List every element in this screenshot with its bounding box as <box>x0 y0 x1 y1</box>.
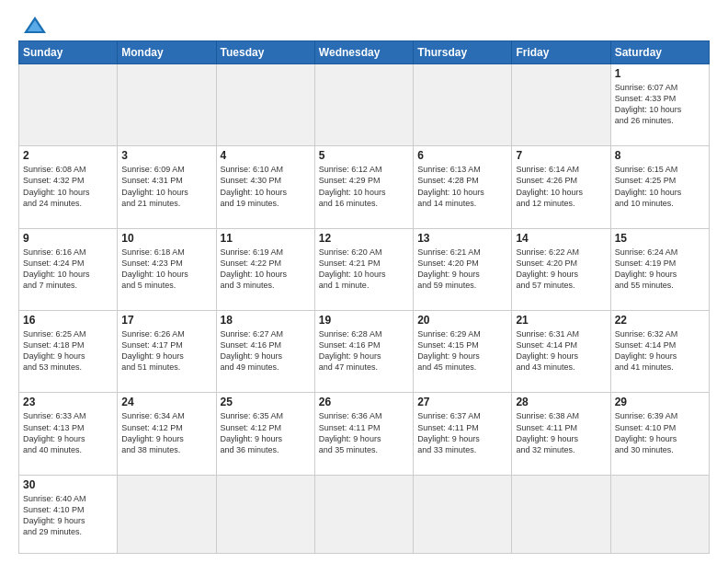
day-info: Sunrise: 6:33 AM Sunset: 4:13 PM Dayligh… <box>23 410 113 455</box>
day-info: Sunrise: 6:38 AM Sunset: 4:11 PM Dayligh… <box>516 410 606 455</box>
calendar-week-row: 9Sunrise: 6:16 AM Sunset: 4:24 PM Daylig… <box>19 228 710 310</box>
calendar-cell: 6Sunrise: 6:13 AM Sunset: 4:28 PM Daylig… <box>414 146 512 228</box>
day-number: 10 <box>121 232 211 245</box>
day-number: 13 <box>417 232 507 245</box>
day-number: 5 <box>319 149 409 162</box>
calendar-cell <box>512 64 610 146</box>
day-info: Sunrise: 6:27 AM Sunset: 4:16 PM Dayligh… <box>221 328 311 373</box>
calendar-cell <box>610 475 709 553</box>
calendar-cell: 16Sunrise: 6:25 AM Sunset: 4:18 PM Dayli… <box>19 311 118 393</box>
day-info: Sunrise: 6:20 AM Sunset: 4:21 PM Dayligh… <box>319 247 409 292</box>
day-info: Sunrise: 6:21 AM Sunset: 4:20 PM Dayligh… <box>417 247 507 292</box>
day-info: Sunrise: 6:28 AM Sunset: 4:16 PM Dayligh… <box>319 328 409 373</box>
day-number: 17 <box>121 314 211 327</box>
day-number: 27 <box>417 396 507 408</box>
calendar-cell <box>216 475 314 553</box>
day-info: Sunrise: 6:15 AM Sunset: 4:25 PM Dayligh… <box>615 164 705 209</box>
calendar-cell: 20Sunrise: 6:29 AM Sunset: 4:15 PM Dayli… <box>414 311 512 393</box>
day-info: Sunrise: 6:25 AM Sunset: 4:18 PM Dayligh… <box>23 328 113 373</box>
logo-text <box>18 15 48 35</box>
day-number: 29 <box>615 396 705 408</box>
calendar-cell <box>216 64 314 146</box>
day-number: 30 <box>23 478 113 491</box>
day-info: Sunrise: 6:10 AM Sunset: 4:30 PM Dayligh… <box>221 164 311 209</box>
day-number: 6 <box>417 149 507 162</box>
day-number: 3 <box>121 149 211 162</box>
calendar-cell: 22Sunrise: 6:32 AM Sunset: 4:14 PM Dayli… <box>610 311 709 393</box>
day-info: Sunrise: 6:18 AM Sunset: 4:23 PM Dayligh… <box>121 247 211 292</box>
calendar-cell: 21Sunrise: 6:31 AM Sunset: 4:14 PM Dayli… <box>512 311 610 393</box>
day-number: 16 <box>23 314 113 327</box>
calendar-cell: 19Sunrise: 6:28 AM Sunset: 4:16 PM Dayli… <box>314 311 413 393</box>
day-number: 8 <box>615 149 705 162</box>
day-info: Sunrise: 6:35 AM Sunset: 4:12 PM Dayligh… <box>221 410 311 455</box>
calendar-cell: 29Sunrise: 6:39 AM Sunset: 4:10 PM Dayli… <box>610 393 709 475</box>
calendar-cell <box>118 64 216 146</box>
calendar-cell <box>19 64 118 146</box>
day-number: 21 <box>516 314 606 327</box>
day-number: 22 <box>615 314 705 327</box>
calendar-week-row: 2Sunrise: 6:08 AM Sunset: 4:32 PM Daylig… <box>19 146 710 228</box>
calendar-cell: 8Sunrise: 6:15 AM Sunset: 4:25 PM Daylig… <box>610 146 709 228</box>
calendar-cell: 30Sunrise: 6:40 AM Sunset: 4:10 PM Dayli… <box>19 475 118 553</box>
day-info: Sunrise: 6:14 AM Sunset: 4:26 PM Dayligh… <box>516 164 606 209</box>
calendar-cell: 2Sunrise: 6:08 AM Sunset: 4:32 PM Daylig… <box>19 146 118 228</box>
calendar-cell: 27Sunrise: 6:37 AM Sunset: 4:11 PM Dayli… <box>414 393 512 475</box>
day-number: 4 <box>221 149 311 162</box>
calendar-cell: 7Sunrise: 6:14 AM Sunset: 4:26 PM Daylig… <box>512 146 610 228</box>
day-number: 23 <box>23 396 113 408</box>
day-info: Sunrise: 6:07 AM Sunset: 4:33 PM Dayligh… <box>615 82 705 127</box>
calendar-week-row: 16Sunrise: 6:25 AM Sunset: 4:18 PM Dayli… <box>19 311 710 393</box>
day-number: 7 <box>516 149 606 162</box>
calendar-cell: 15Sunrise: 6:24 AM Sunset: 4:19 PM Dayli… <box>610 228 709 310</box>
calendar-header-friday: Friday <box>512 41 610 64</box>
calendar-cell: 23Sunrise: 6:33 AM Sunset: 4:13 PM Dayli… <box>19 393 118 475</box>
day-number: 11 <box>221 232 311 245</box>
day-number: 9 <box>23 232 113 245</box>
calendar-cell: 13Sunrise: 6:21 AM Sunset: 4:20 PM Dayli… <box>414 228 512 310</box>
day-info: Sunrise: 6:34 AM Sunset: 4:12 PM Dayligh… <box>121 410 211 455</box>
calendar-cell <box>414 475 512 553</box>
day-info: Sunrise: 6:39 AM Sunset: 4:10 PM Dayligh… <box>615 410 705 455</box>
day-info: Sunrise: 6:40 AM Sunset: 4:10 PM Dayligh… <box>23 493 113 538</box>
calendar-week-row: 1Sunrise: 6:07 AM Sunset: 4:33 PM Daylig… <box>19 64 710 146</box>
calendar-cell: 4Sunrise: 6:10 AM Sunset: 4:30 PM Daylig… <box>216 146 314 228</box>
day-number: 1 <box>615 67 705 80</box>
calendar-cell: 17Sunrise: 6:26 AM Sunset: 4:17 PM Dayli… <box>118 311 216 393</box>
day-info: Sunrise: 6:26 AM Sunset: 4:17 PM Dayligh… <box>121 328 211 373</box>
day-number: 14 <box>516 232 606 245</box>
day-number: 2 <box>23 149 113 162</box>
day-info: Sunrise: 6:08 AM Sunset: 4:32 PM Dayligh… <box>23 164 113 209</box>
day-number: 24 <box>121 396 211 408</box>
calendar-cell: 10Sunrise: 6:18 AM Sunset: 4:23 PM Dayli… <box>118 228 216 310</box>
calendar-week-row: 30Sunrise: 6:40 AM Sunset: 4:10 PM Dayli… <box>19 475 710 553</box>
day-number: 19 <box>319 314 409 327</box>
calendar-cell: 28Sunrise: 6:38 AM Sunset: 4:11 PM Dayli… <box>512 393 610 475</box>
calendar-header-monday: Monday <box>118 41 216 64</box>
day-info: Sunrise: 6:22 AM Sunset: 4:20 PM Dayligh… <box>516 247 606 292</box>
calendar-header-tuesday: Tuesday <box>216 41 314 64</box>
calendar-header-saturday: Saturday <box>610 41 709 64</box>
calendar-header-thursday: Thursday <box>414 41 512 64</box>
calendar-header-row: SundayMondayTuesdayWednesdayThursdayFrid… <box>19 41 710 64</box>
day-info: Sunrise: 6:19 AM Sunset: 4:22 PM Dayligh… <box>221 247 311 292</box>
calendar-cell <box>314 64 413 146</box>
calendar-cell <box>118 475 216 553</box>
calendar-cell: 12Sunrise: 6:20 AM Sunset: 4:21 PM Dayli… <box>314 228 413 310</box>
logo-icon <box>22 15 48 35</box>
day-number: 28 <box>516 396 606 408</box>
day-info: Sunrise: 6:09 AM Sunset: 4:31 PM Dayligh… <box>121 164 211 209</box>
day-number: 18 <box>221 314 311 327</box>
calendar-cell <box>314 475 413 553</box>
calendar-header-wednesday: Wednesday <box>314 41 413 64</box>
day-info: Sunrise: 6:13 AM Sunset: 4:28 PM Dayligh… <box>417 164 507 209</box>
calendar-cell: 24Sunrise: 6:34 AM Sunset: 4:12 PM Dayli… <box>118 393 216 475</box>
calendar-cell: 11Sunrise: 6:19 AM Sunset: 4:22 PM Dayli… <box>216 228 314 310</box>
day-info: Sunrise: 6:36 AM Sunset: 4:11 PM Dayligh… <box>319 410 409 455</box>
calendar-cell: 5Sunrise: 6:12 AM Sunset: 4:29 PM Daylig… <box>314 146 413 228</box>
calendar-cell: 26Sunrise: 6:36 AM Sunset: 4:11 PM Dayli… <box>314 393 413 475</box>
logo <box>18 15 48 35</box>
day-info: Sunrise: 6:31 AM Sunset: 4:14 PM Dayligh… <box>516 328 606 373</box>
calendar-header-sunday: Sunday <box>19 41 118 64</box>
header <box>18 15 710 35</box>
